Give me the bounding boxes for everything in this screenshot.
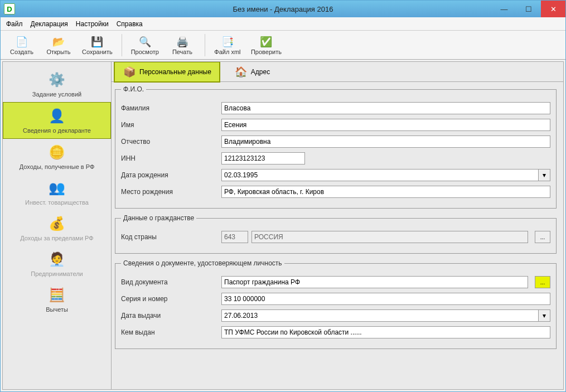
inn-input[interactable] [221,152,305,164]
country-name-input [251,231,528,243]
print-button[interactable]: 🖨️Печать [166,32,199,59]
xml-file-icon: 📑 [221,35,234,49]
country-code-input [221,231,248,243]
citizenship-group: Данные о гражданстве Код страны ... [115,214,557,254]
document-group: Сведения о документе, удостоверяющем лич… [115,259,557,349]
invest-icon: 👥 [48,179,66,197]
tab-address[interactable]: 🏠 Адрес [226,62,278,82]
name-input[interactable] [221,119,550,131]
sidebar-item-income-rf[interactable]: 🪙 Доходы, полученные в РФ [3,139,111,175]
fio-group: Ф.И.О. Фамилия Имя Отчество ИНН [115,85,557,209]
country-code-label: Код страны [121,233,221,241]
sidebar-item-declarant[interactable]: 👤 Сведения о декларанте [3,102,111,139]
menu-file[interactable]: Файл [6,20,23,28]
inn-label: ИНН [121,154,221,162]
surname-label: Фамилия [121,104,221,112]
citizenship-legend: Данные о гражданстве [121,214,196,222]
issue-date-label: Дата выдачи [121,312,221,320]
surname-input[interactable] [221,102,550,114]
print-icon: 🖨️ [176,35,189,49]
sidebar-item-label: Предприниматели [31,270,83,277]
toolbar-separator [122,34,122,56]
new-file-icon: 📄 [15,35,28,49]
sidebar-item-entrepreneurs[interactable]: 🧑‍💼 Предприниматели [3,246,111,282]
chevron-down-icon: ▾ [543,312,546,320]
preview-icon: 🔍 [138,35,152,49]
dob-dropdown-button[interactable]: ▾ [539,169,550,181]
coins-icon: 🪙 [48,143,66,161]
app-window: D Без имени - Декларация 2016 — ☐ ✕ Файл… [0,0,566,392]
moneybag-icon: 💰 [48,215,66,233]
xml-button[interactable]: 📑Файл xml [211,32,244,59]
issue-date-input[interactable] [221,309,539,322]
sidebar-item-deductions[interactable]: 🧮 Вычеты [3,282,111,317]
sidebar: ⚙️ Задание условий 👤 Сведения о декларан… [3,62,112,389]
create-button[interactable]: 📄Создать [5,32,38,59]
doc-serial-label: Серия и номер [121,295,221,303]
sidebar-item-invest[interactable]: 👥 Инвест. товарищества [3,175,111,210]
issuer-label: Кем выдан [121,328,221,336]
issuer-input[interactable] [221,326,550,338]
dob-input[interactable] [221,169,539,181]
open-button[interactable]: 📂Открыть [42,32,75,59]
patronymic-input[interactable] [221,135,550,148]
fio-legend: Ф.И.О. [121,85,146,93]
box-icon: 📦 [123,65,136,79]
window-title: Без имени - Декларация 2016 [1,5,565,13]
save-button[interactable]: 💾Сохранить [79,32,116,59]
menubar: Файл Декларация Настройки Справка [1,17,565,31]
country-browse-button[interactable]: ... [535,231,550,243]
issue-date-dropdown-button[interactable]: ▾ [539,309,550,322]
document-legend: Сведения о документе, удостоверяющем лич… [121,259,284,267]
toolbar-separator [205,34,205,56]
chevron-down-icon: ▾ [543,171,546,179]
doc-type-label: Вид документа [121,278,221,286]
dob-label: Дата рождения [121,171,221,179]
sidebar-item-label: Инвест. товарищества [25,199,89,206]
doc-type-input[interactable] [221,276,528,288]
conditions-icon: ⚙️ [48,71,66,89]
tab-personal-data[interactable]: 📦 Персональные данные [114,61,220,83]
sidebar-item-label: Сведения о декларанте [23,127,91,134]
preview-button[interactable]: 🔍Просмотр [128,32,162,59]
sidebar-item-label: Вычеты [46,306,68,313]
house-icon: 🏠 [234,65,248,79]
save-icon: 💾 [90,35,104,49]
form-area: Ф.И.О. Фамилия Имя Отчество ИНН [112,82,563,389]
doc-type-browse-button[interactable]: ... [535,276,550,288]
patronymic-label: Отчество [121,138,221,146]
person-icon: 👤 [48,107,66,125]
sidebar-item-label: Доходы за пределами РФ [20,235,93,241]
sidebar-item-label: Доходы, полученные в РФ [20,163,95,170]
menu-help[interactable]: Справка [117,20,143,28]
check-icon: ✅ [259,35,273,49]
menu-settings[interactable]: Настройки [76,20,109,28]
deductions-icon: 🧮 [48,286,66,304]
name-label: Имя [121,121,221,129]
tabbar: 📦 Персональные данные 🏠 Адрес [112,62,563,82]
sidebar-item-income-foreign[interactable]: 💰 Доходы за пределами РФ [3,210,111,246]
sidebar-item-label: Задание условий [32,91,81,98]
sidebar-item-conditions[interactable]: ⚙️ Задание условий [3,66,111,102]
toolbar: 📄Создать 📂Открыть 💾Сохранить 🔍Просмотр 🖨… [1,31,565,60]
birthplace-input[interactable] [221,186,550,198]
main-panel: 📦 Персональные данные 🏠 Адрес Ф.И.О. Фам… [112,62,563,389]
birthplace-label: Место рождения [121,188,221,196]
entrepreneur-icon: 🧑‍💼 [48,250,66,268]
content-area: ⚙️ Задание условий 👤 Сведения о декларан… [2,61,564,390]
open-folder-icon: 📂 [52,35,65,49]
titlebar: D Без имени - Декларация 2016 — ☐ ✕ [1,1,565,17]
menu-declaration[interactable]: Декларация [31,20,68,28]
check-button[interactable]: ✅Проверить [248,32,285,59]
doc-serial-input[interactable] [221,293,550,305]
